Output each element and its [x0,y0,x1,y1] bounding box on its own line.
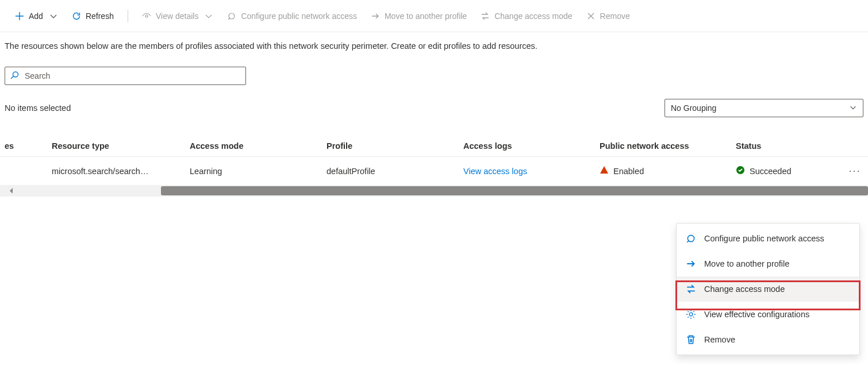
grouping-value: No Grouping [671,103,716,113]
cell-resource-type: microsoft.search/search… [52,167,190,176]
add-button[interactable]: Add [9,8,64,24]
refresh-label: Refresh [86,11,114,21]
network-icon [227,11,236,21]
col-resource-type[interactable]: Resource type [52,141,190,151]
toolbar: Add Refresh View details Configure publi… [0,0,868,32]
change-access-button: Change access mode [475,8,578,24]
configure-pna-label: Configure public network access [241,11,357,21]
horizontal-scrollbar[interactable] [0,185,868,197]
col-status[interactable]: Status [736,141,842,151]
move-profile-label: Move to another profile [385,11,467,21]
refresh-button[interactable]: Refresh [66,8,120,24]
col-public-net[interactable]: Public network access [600,141,736,151]
search-input[interactable] [25,71,241,80]
row-more-button[interactable]: ··· [842,165,868,177]
view-details-label: View details [156,11,198,21]
remove-label: Remove [600,11,630,21]
warning-icon [600,166,609,176]
chevron-down-icon [49,11,58,21]
col-access-mode[interactable]: Access mode [190,141,327,151]
remove-button: Remove [581,8,636,24]
toolbar-separator [128,10,128,22]
selection-status: No items selected [5,103,71,113]
table-header: es Resource type Access mode Profile Acc… [0,136,868,157]
resources-table: es Resource type Access mode Profile Acc… [0,136,868,197]
plus-icon [15,11,24,21]
description-text: The resources shown below are the member… [0,32,868,51]
scrollbar-thumb[interactable] [161,186,868,195]
close-icon [586,11,596,21]
search-box[interactable] [5,67,246,85]
chevron-down-icon [204,11,213,21]
configure-pna-button: Configure public network access [221,8,363,24]
table-row[interactable]: microsoft.search/search… Learning defaul… [0,157,868,185]
success-icon [736,166,745,176]
swap-icon [481,11,490,21]
scroll-left-icon[interactable] [0,185,23,197]
view-details-button: View details [136,8,219,24]
arrow-right-icon [371,11,380,21]
grouping-dropdown[interactable]: No Grouping [665,99,863,117]
col-es[interactable]: es [0,141,52,151]
move-profile-button: Move to another profile [365,8,473,24]
view-access-logs-link[interactable]: View access logs [463,167,600,176]
col-profile[interactable]: Profile [327,141,463,151]
cell-status: Succeeded [736,166,842,176]
svg-point-0 [145,15,148,17]
add-label: Add [29,11,43,21]
cell-access-mode: Learning [190,167,327,176]
refresh-icon [72,11,81,21]
change-access-label: Change access mode [494,11,572,21]
search-icon [10,71,19,82]
cell-profile: defaultProfile [327,167,463,176]
cell-public-net: Enabled [600,166,736,176]
col-access-logs[interactable]: Access logs [463,141,600,151]
eye-icon [142,11,151,21]
chevron-down-icon [849,103,857,113]
